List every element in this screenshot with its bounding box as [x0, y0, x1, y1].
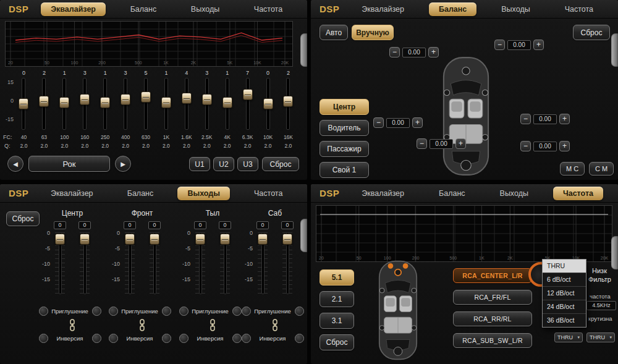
mode-button-2-1[interactable]: 2.1	[320, 291, 354, 307]
outputs-reset-button[interactable]: Сброс	[6, 211, 40, 226]
eq-band-slider[interactable]	[34, 78, 54, 130]
mode-button-3-1[interactable]: 3.1	[320, 313, 354, 329]
delay-plus-button[interactable]: +	[412, 117, 423, 128]
tab-balance[interactable]: Баланс	[429, 2, 476, 16]
eq-slider-handle[interactable]	[263, 98, 273, 109]
delay-minus-button[interactable]: −	[417, 138, 427, 149]
delay-minus-button[interactable]: −	[520, 141, 531, 151]
slope-option[interactable]: THRU	[543, 260, 586, 273]
eq-band-slider[interactable]	[258, 78, 278, 130]
mc-button[interactable]: M C	[560, 162, 585, 176]
eq-band-slider[interactable]	[14, 78, 34, 130]
tab-balance[interactable]: Баланс	[121, 2, 167, 16]
drawer-handle[interactable]	[300, 33, 307, 67]
balance-reset-button[interactable]: Сброс	[573, 25, 610, 40]
eq-slider-handle[interactable]	[100, 97, 110, 108]
invert-toggle-left[interactable]	[179, 334, 188, 343]
eq-slider-handle[interactable]	[243, 89, 253, 100]
drawer-handle[interactable]	[611, 33, 618, 67]
eq-band-slider[interactable]	[197, 78, 217, 130]
drawer-handle[interactable]	[611, 236, 618, 269]
invert-toggle-left[interactable]	[109, 334, 118, 343]
slope-option[interactable]: 24 dB/oct	[543, 300, 586, 314]
mute-toggle-left[interactable]	[179, 307, 188, 316]
tab-outputs[interactable]: Выходы	[490, 187, 538, 200]
tab-equalizer[interactable]: Эквалайзер	[41, 187, 103, 200]
delay-plus-button[interactable]: +	[559, 141, 570, 151]
memory-button-u1[interactable]: U1	[189, 157, 210, 171]
eq-band-slider[interactable]	[116, 78, 136, 130]
hp-slope-select[interactable]: THRU ▾	[554, 332, 583, 342]
memory-button-u3[interactable]: U3	[237, 157, 258, 171]
slope-option[interactable]: 6 dB/oct	[543, 273, 586, 287]
eq-slider-handle[interactable]	[222, 97, 232, 108]
tab-crossover[interactable]: Частота	[553, 187, 603, 200]
delay-minus-button[interactable]: −	[373, 117, 384, 128]
link-channels-icon[interactable]	[270, 319, 280, 331]
eq-slider-handle[interactable]	[39, 96, 49, 107]
tab-crossover[interactable]: Частота	[244, 187, 292, 200]
tab-balance[interactable]: Баланс	[429, 187, 475, 200]
eq-slider-handle[interactable]	[202, 94, 212, 105]
eq-band-slider[interactable]	[217, 78, 237, 130]
delay-plus-button[interactable]: +	[455, 138, 466, 149]
eq-reset-button[interactable]: Сброс	[262, 157, 299, 171]
tab-equalizer[interactable]: Эквалайзер	[352, 2, 414, 16]
mute-toggle-right[interactable]	[162, 307, 171, 316]
position-button-2[interactable]: Водитель	[320, 120, 369, 136]
eq-band-slider[interactable]	[95, 78, 116, 130]
mute-toggle-right[interactable]	[232, 307, 242, 316]
delay-minus-button[interactable]: −	[389, 47, 400, 57]
manual-button[interactable]: Вручную	[352, 25, 394, 40]
output-slider-handle[interactable]	[282, 234, 292, 245]
eq-slider-handle[interactable]	[121, 94, 130, 105]
channel-button-2[interactable]: RCA_FR/FL	[453, 290, 532, 305]
tab-equalizer[interactable]: Эквалайзер	[41, 2, 106, 16]
channel-button-3[interactable]: RCA_RR/RL	[453, 311, 532, 326]
position-button-4[interactable]: Свой 1	[320, 162, 369, 178]
invert-toggle-right[interactable]	[92, 334, 101, 343]
invert-toggle-right[interactable]	[295, 334, 304, 343]
link-channels-icon[interactable]	[208, 319, 218, 331]
eq-band-slider[interactable]	[136, 78, 156, 130]
invert-toggle-left[interactable]	[242, 334, 251, 343]
delay-plus-button[interactable]: +	[428, 47, 439, 57]
output-slider-handle[interactable]	[150, 234, 159, 245]
invert-toggle-right[interactable]	[162, 334, 171, 343]
tab-crossover[interactable]: Частота	[555, 2, 603, 16]
eq-slider-handle[interactable]	[80, 94, 90, 105]
delay-minus-button[interactable]: −	[494, 40, 505, 50]
cm-button[interactable]: C M	[589, 162, 614, 176]
position-button-3[interactable]: Пассажир	[320, 141, 369, 157]
eq-band-slider[interactable]	[75, 78, 95, 130]
eq-band-slider[interactable]	[54, 78, 75, 130]
eq-slider-handle[interactable]	[182, 93, 192, 104]
delay-plus-button[interactable]: +	[533, 40, 544, 50]
tab-equalizer[interactable]: Эквалайзер	[352, 187, 414, 200]
mode-button-5-1[interactable]: 5.1	[320, 269, 354, 286]
position-button-1[interactable]: Центр	[320, 99, 369, 115]
memory-button-u2[interactable]: U2	[213, 157, 234, 171]
crossover-reset-button[interactable]: Сброс	[320, 334, 354, 350]
tab-outputs[interactable]: Выходы	[181, 2, 229, 16]
preset-prev-button[interactable]: ◀	[7, 156, 23, 172]
output-slider-handle[interactable]	[258, 234, 268, 245]
preset-display[interactable]: Рок	[28, 156, 110, 172]
link-channels-icon[interactable]	[67, 319, 77, 331]
invert-toggle-left[interactable]	[39, 334, 48, 343]
lp-slope-select[interactable]: THRU ▾	[586, 332, 615, 342]
eq-band-slider[interactable]	[237, 78, 258, 130]
mute-toggle-left[interactable]	[242, 307, 251, 316]
eq-slider-handle[interactable]	[59, 97, 69, 108]
output-slider-handle[interactable]	[220, 234, 230, 245]
output-slider-handle[interactable]	[125, 234, 135, 245]
mute-toggle-right[interactable]	[295, 307, 304, 316]
delay-minus-button[interactable]: −	[520, 114, 531, 124]
link-channels-icon[interactable]	[137, 319, 147, 331]
output-slider-handle[interactable]	[195, 234, 205, 245]
output-slider-handle[interactable]	[80, 234, 90, 245]
eq-band-slider[interactable]	[156, 78, 176, 130]
slope-option[interactable]: 36 dB/oct	[543, 314, 586, 327]
tab-crossover[interactable]: Частота	[244, 2, 292, 16]
tab-outputs[interactable]: Выходы	[177, 187, 229, 200]
